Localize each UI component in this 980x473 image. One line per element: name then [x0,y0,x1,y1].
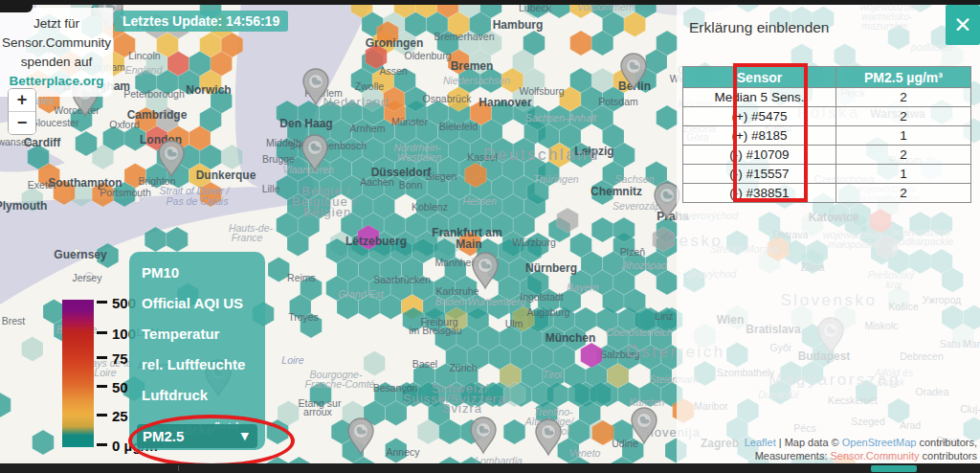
map-place-label: Norwich [186,83,231,97]
map-place-label: Svizra [442,401,482,416]
table-cell: 2 [836,107,971,126]
last-update-badge: Letztes Update: 14:56:19 [114,11,288,32]
map-place-label: Zwolle [355,80,385,92]
legend-tick-label: 50 [112,379,128,395]
legend-tick-dash [97,301,107,304]
menu-item-temperatur[interactable]: Temperatur [129,319,265,349]
map-place-label: Annecy [386,446,420,458]
legend-tick-dash [97,331,107,334]
betterplace-link[interactable]: Betterplace.org [9,74,103,88]
donation-line: Jetzt für [0,14,113,34]
map-place-label: England [125,64,164,76]
legend-tick-dash [97,443,107,446]
map-place-label: Arnhem [350,123,386,134]
legend-tick-dash [97,414,107,417]
map-place-label: Veneto [569,447,601,459]
menu-item-luftdruck[interactable]: Luftdruck [129,380,265,411]
map-place-label: Sachsen [615,173,655,185]
map-place-label: Münster [391,116,428,127]
sensor-table-body: Median 5 Sens.2(+) #54752(+) #81851(-) #… [683,88,971,203]
map-place-label: Sachsen-Anhalt [525,112,597,124]
map-place-label: Tirol [543,369,563,380]
map-place-label: Reims [287,272,316,283]
menu-item-rel-luftfeuchte[interactable]: rel. Luftfeuchte [129,349,265,380]
map-place-label: Peterborough [123,88,185,100]
map-place-label: Augsburg [527,306,570,318]
map-place-label: Cardiff [24,136,62,149]
map-place-label: Loire [281,354,304,366]
app-window: LeedsHullLiverpoolLincolnNottinghamEngla… [0,0,980,473]
map-place-label: Lille [262,183,280,194]
map-place-label: Lincoln [128,50,160,61]
map-attribution: Leaflet | Map data © OpenStreetMap contr… [745,436,977,462]
map-place-label: im Breisgau [409,325,462,336]
map-place-label: Zürich [449,362,477,373]
legend-tick-dash [97,356,107,359]
map-place-label: Worcester [54,104,100,116]
map-place-label: Lëtzebuerg [345,235,407,248]
map-place-label: Franche-Comté [305,378,375,390]
map-place-label: Hamburg [493,18,544,32]
map-place-label: Jersey [73,272,103,283]
attribution-text: Measurements: [755,450,831,462]
donation-box: Jetzt für Sensor.Community spenden auf B… [0,8,113,97]
map-place-label: Exeter [28,179,57,191]
map-place-label: Linz [655,310,673,322]
sensor-table: Sensor PM2.5 µg/m³ Median 5 Sens.2(+) #5… [682,66,971,203]
map-place-label: Westfalen [397,151,442,163]
zoom-out-button[interactable]: − [9,112,35,134]
osm-link[interactable]: OpenStreetMap [842,437,917,448]
close-panel-button[interactable]: ✕ [946,5,980,45]
map-place-label: Belgien [303,205,351,219]
table-cell: 2 [836,184,971,203]
map-place-label: Plymouth [0,199,47,213]
map-place-label: Thüringen [533,173,578,185]
attribution-text: contributors, [916,437,977,448]
map-place-label: Würzburg [512,236,556,248]
taskbar-active-app[interactable] [871,465,917,472]
map-place-label: München [546,331,596,345]
table-cell: 2 [836,146,971,165]
zoom-control: + − [8,88,36,135]
map-place-label: Plzeň [620,246,645,258]
leaflet-link[interactable]: Leaflet [745,437,776,448]
attribution-text: | Map data © [776,437,842,448]
map-place-label: Den Haag [279,117,332,130]
map-place-label: Troyes [288,311,319,323]
legend-tick-dash [97,385,107,388]
map-place-label: Bremen [451,59,494,73]
legend-tick-label: 75 [112,350,128,367]
map-place-label: Deutschland [483,146,600,164]
map-place-label: Vlaanderen [282,164,334,175]
annotation-ellipse [128,415,295,467]
map-place-label: Groningen [366,36,424,50]
map-place-label: Udine [612,438,638,449]
donation-line: spenden auf [0,53,113,72]
map-place-label: France [232,232,263,243]
browser-chrome-fragment [0,0,33,12]
map-place-label: Baden-Württemberg [435,296,526,307]
taskbar-divider [178,465,179,471]
map-place-label: Hessen [462,195,497,207]
table-cell: 2 [836,88,971,107]
legend-gradient-bar [62,300,94,447]
map-place-label: Bonn [399,179,423,191]
table-cell: 1 [836,126,971,146]
explanation-toggle[interactable]: Erklärung einblenden [689,19,830,36]
zoom-in-button[interactable]: + [9,89,35,111]
attribution-text: contributors [919,450,977,462]
table-row: Median 5 Sens.2 [683,88,971,107]
map-place-label: Hannover [479,96,532,109]
map-place-label: Chemnitz [590,185,642,198]
map-place-label: Guernsey [54,248,107,261]
map-place-label: Dunkerque [196,169,256,182]
map-place-label: Koblenz [412,201,448,213]
annotation-rect [733,63,808,202]
menu-item-official-aqi-us[interactable]: Official AQI US [129,288,265,319]
menu-item-pm10[interactable]: PM10 [129,258,265,288]
map-place-label: Bayern [567,282,598,293]
map-place-label: Portsmouth [100,187,151,198]
table-row: (+) #54752 [683,107,971,126]
map-place-label: Gloucester [31,117,79,128]
sensor-community-link[interactable]: Sensor.Community [831,450,920,462]
